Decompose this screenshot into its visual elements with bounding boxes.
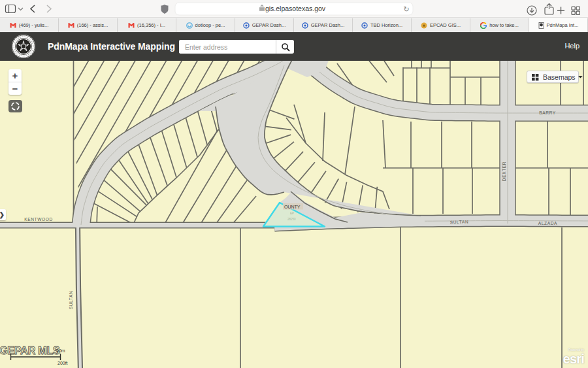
svg-text:SULTAN: SULTAN	[449, 220, 468, 225]
svg-text:gis.elpasotexas.gov: gis.elpasotexas.gov	[265, 5, 326, 12]
svg-text:↻: ↻	[403, 5, 409, 13]
svg-text:OUNTY: OUNTY	[284, 205, 301, 209]
svg-text:ALZADA: ALZADA	[538, 221, 557, 226]
svg-text:BARRY: BARRY	[539, 110, 556, 115]
svg-text:200ft: 200ft	[57, 361, 68, 365]
svg-text:KENTWOOD: KENTWOOD	[24, 217, 53, 222]
svg-text:50m: 50m	[56, 348, 65, 353]
svg-text:DEXTER: DEXTER	[502, 161, 506, 181]
svg-text:SULTAN: SULTAN	[69, 291, 73, 310]
svg-text:28250: 28250	[287, 218, 296, 221]
svg-text:EP: EP	[290, 212, 294, 215]
